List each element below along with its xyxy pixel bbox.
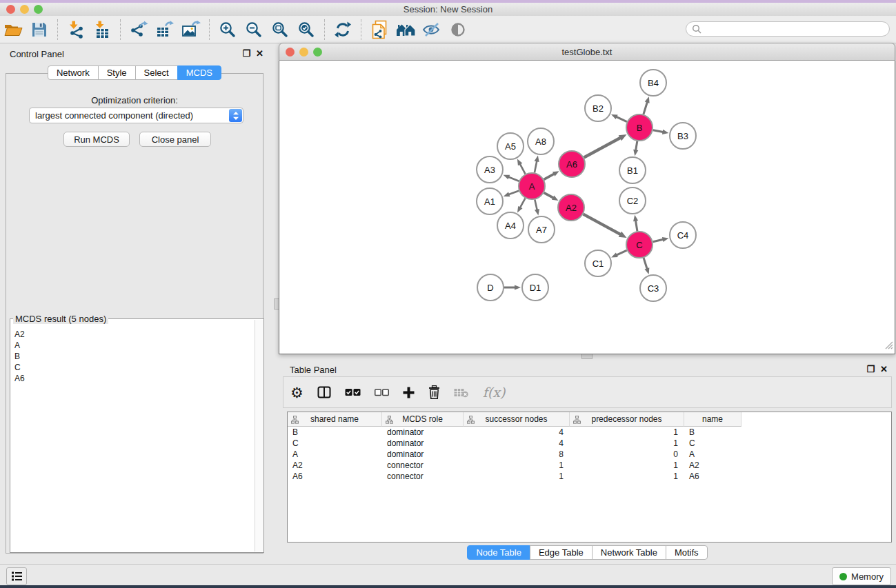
mcds-result-item[interactable]: A bbox=[14, 340, 255, 351]
table-row[interactable]: Adominator80A bbox=[288, 449, 891, 460]
run-mcds-button[interactable]: Run MCDS bbox=[63, 132, 130, 147]
node-label-B: B bbox=[637, 123, 643, 133]
edge-A-A4[interactable] bbox=[519, 199, 525, 209]
table-tab-node-table[interactable]: Node Table bbox=[467, 545, 530, 560]
open-session-button[interactable] bbox=[1, 18, 25, 41]
save-session-button[interactable] bbox=[28, 18, 51, 41]
tab-network[interactable]: Network bbox=[48, 65, 99, 80]
node-label-A: A bbox=[529, 181, 535, 192]
edge-A-A8[interactable] bbox=[535, 160, 537, 172]
edge-A-A2[interactable] bbox=[544, 193, 555, 199]
create-column-button[interactable] bbox=[403, 387, 415, 398]
table-row[interactable]: A6connector11A6 bbox=[288, 471, 891, 482]
import-table-icon bbox=[93, 21, 111, 39]
export-table-button[interactable] bbox=[153, 18, 177, 41]
select-all-columns-button[interactable] bbox=[345, 388, 361, 396]
edge-A2-C[interactable] bbox=[584, 214, 621, 235]
float-panel-icon[interactable]: ❐ bbox=[242, 48, 250, 59]
resize-grip-icon[interactable] bbox=[884, 340, 893, 352]
hide-details-button[interactable] bbox=[420, 18, 444, 41]
network-view-window: testGlobe.txt AA1A2A3A4A5A6A7A8BB1B2B3B4… bbox=[279, 43, 895, 354]
edge-C-C2[interactable] bbox=[635, 220, 637, 232]
table-tab-network-table[interactable]: Network Table bbox=[592, 545, 666, 560]
table-header-row: shared nameMCDS rolesuccessor nodesprede… bbox=[288, 412, 741, 427]
table-row[interactable]: Bdominator41B bbox=[288, 427, 891, 438]
edge-C-C1[interactable] bbox=[616, 250, 627, 255]
column-header-name[interactable]: name bbox=[684, 412, 741, 427]
optimization-criterion-select[interactable]: largest connected component (directed) bbox=[29, 108, 243, 123]
mcds-result-item[interactable]: C bbox=[14, 362, 255, 373]
edge-A6-B[interactable] bbox=[584, 137, 621, 157]
toolbar-separator bbox=[209, 19, 210, 40]
mcds-result-item[interactable]: A2 bbox=[14, 329, 255, 340]
edge-A-A6[interactable] bbox=[544, 174, 555, 180]
close-panel-button[interactable]: Close panel bbox=[139, 132, 211, 147]
edge-C-C4[interactable] bbox=[653, 239, 664, 242]
table-row[interactable]: Cdominator41C bbox=[288, 438, 891, 449]
tab-select[interactable]: Select bbox=[135, 65, 178, 80]
table-cell: A2 bbox=[288, 460, 382, 470]
edge-A-A7[interactable] bbox=[535, 200, 537, 211]
node-label-A3: A3 bbox=[484, 165, 495, 175]
edge-A-A5[interactable] bbox=[519, 163, 525, 174]
mcds-result-item[interactable]: B bbox=[14, 351, 255, 362]
column-view-button[interactable] bbox=[317, 385, 331, 399]
column-header-predecessor-nodes[interactable]: predecessor nodes bbox=[570, 412, 684, 427]
table-cell: A2 bbox=[684, 460, 741, 470]
table-settings-button[interactable]: ⚙ bbox=[290, 385, 303, 400]
tab-mcds[interactable]: MCDS bbox=[177, 65, 221, 80]
mcds-result-scrollbar[interactable] bbox=[255, 320, 263, 551]
zoom-out-button[interactable] bbox=[242, 18, 266, 41]
network-graph[interactable]: AA1A2A3A4A5A6A7A8BB1B2B3B4CC1C2C3C4DD1 bbox=[279, 61, 895, 353]
unchecked-boxes-icon bbox=[375, 389, 389, 396]
column-header-successor-nodes[interactable]: successor nodes bbox=[464, 412, 570, 427]
column-header-shared-name[interactable]: shared name bbox=[288, 412, 382, 427]
export-network-icon bbox=[129, 21, 148, 39]
edge-B-B4[interactable] bbox=[644, 101, 648, 114]
task-history-button[interactable] bbox=[6, 567, 27, 585]
edge-A-A3[interactable] bbox=[508, 176, 519, 181]
zoom-in-button[interactable] bbox=[216, 18, 239, 41]
zoom-fit-button[interactable] bbox=[268, 18, 292, 41]
clone-network-button[interactable] bbox=[368, 18, 391, 41]
close-panel-icon[interactable]: ✕ bbox=[880, 364, 888, 374]
network-canvas[interactable]: AA1A2A3A4A5A6A7A8BB1B2B3B4CC1C2C3C4DD1 bbox=[279, 61, 895, 354]
table-body: Bdominator41BCdominator41CAdominator80AA… bbox=[288, 427, 891, 482]
export-image-button[interactable] bbox=[179, 18, 203, 41]
export-image-icon bbox=[181, 21, 201, 39]
tab-style[interactable]: Style bbox=[98, 65, 136, 80]
import-network-button[interactable] bbox=[64, 18, 88, 41]
edge-B-B1[interactable] bbox=[635, 141, 637, 152]
home-layout-button[interactable] bbox=[394, 18, 417, 41]
table-row[interactable]: A2connector11A2 bbox=[288, 460, 891, 471]
edge-B-B2[interactable] bbox=[615, 116, 627, 122]
import-table-button[interactable] bbox=[90, 18, 114, 41]
save-floppy-icon bbox=[31, 21, 48, 38]
edge-B-B3[interactable] bbox=[653, 130, 664, 132]
delete-column-button[interactable] bbox=[428, 385, 440, 399]
export-network-button[interactable] bbox=[127, 18, 150, 41]
search-field[interactable] bbox=[686, 21, 890, 37]
mcds-result-item[interactable]: A6 bbox=[14, 373, 255, 384]
memory-button[interactable]: Memory bbox=[832, 567, 891, 585]
edge-A-A1[interactable] bbox=[508, 191, 519, 195]
close-panel-icon[interactable]: ✕ bbox=[256, 48, 263, 59]
table-tab-motifs[interactable]: Motifs bbox=[666, 545, 708, 560]
node-table[interactable]: shared nameMCDS rolesuccessor nodesprede… bbox=[287, 412, 892, 543]
table-panel-tab-bar: Node TableEdge TableNetwork TableMotifs bbox=[279, 545, 896, 560]
mcds-result-list[interactable]: A2ABCA6 bbox=[10, 326, 255, 552]
unselect-all-columns-button[interactable] bbox=[375, 389, 389, 396]
table-cell: 8 bbox=[464, 449, 570, 459]
show-graphics-button[interactable] bbox=[446, 18, 470, 41]
edge-C-C3[interactable] bbox=[644, 258, 647, 270]
zoom-selected-button[interactable] bbox=[295, 18, 318, 41]
table-cell: 1 bbox=[570, 472, 684, 481]
column-type-icon bbox=[467, 416, 475, 426]
table-tab-edge-table[interactable]: Edge Table bbox=[530, 545, 593, 560]
float-panel-icon[interactable]: ❐ bbox=[866, 364, 875, 374]
refresh-button[interactable] bbox=[331, 18, 355, 41]
column-header-MCDS-role[interactable]: MCDS role bbox=[382, 412, 464, 427]
column-type-icon bbox=[573, 416, 581, 426]
network-window-titlebar[interactable]: testGlobe.txt bbox=[279, 43, 895, 61]
search-input[interactable] bbox=[704, 22, 889, 36]
